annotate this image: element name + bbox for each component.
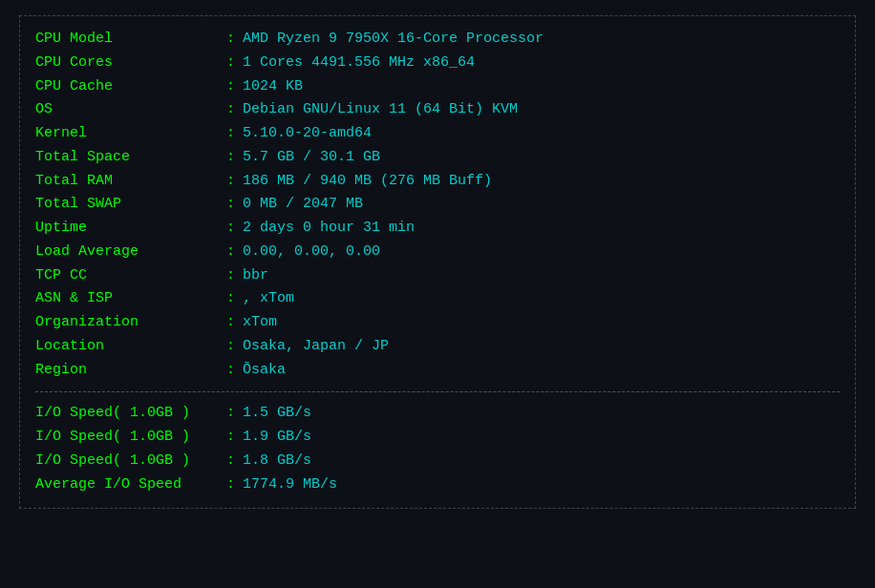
system-info-row: OS: Debian GNU/Linux 11 (64 Bit) KVM	[35, 98, 840, 122]
separator: :	[226, 402, 235, 426]
info-value: 2 days 0 hour 31 min	[243, 217, 415, 241]
separator: :	[226, 217, 235, 241]
io-value: 1.9 GB/s	[243, 426, 311, 450]
system-info-row: CPU Cache: 1024 KB	[35, 75, 840, 99]
io-value: 1.5 GB/s	[243, 402, 311, 426]
io-label: Average I/O Speed	[35, 473, 226, 497]
separator: :	[226, 335, 235, 359]
io-info-row: I/O Speed( 1.0GB ): 1.8 GB/s	[35, 450, 840, 473]
info-value: 186 MB / 940 MB (276 MB Buff)	[243, 170, 492, 194]
io-label: I/O Speed( 1.0GB )	[35, 450, 226, 473]
separator: :	[226, 264, 235, 288]
info-value: AMD Ryzen 9 7950X 16-Core Processor	[243, 28, 544, 52]
separator: :	[226, 287, 235, 311]
info-label: CPU Cores	[35, 52, 226, 75]
info-value: , xTom	[243, 287, 294, 311]
info-label: OS	[35, 98, 226, 122]
info-label: Uptime	[35, 217, 226, 241]
io-section: I/O Speed( 1.0GB ): 1.5 GB/sI/O Speed( 1…	[35, 402, 840, 496]
info-value: 0 MB / 2047 MB	[243, 193, 363, 217]
info-label: CPU Model	[35, 28, 226, 52]
system-info-row: CPU Model: AMD Ryzen 9 7950X 16-Core Pro…	[35, 28, 840, 52]
io-info-row: I/O Speed( 1.0GB ): 1.9 GB/s	[35, 426, 840, 450]
info-value: 1 Cores 4491.556 MHz x86_64	[243, 52, 475, 75]
separator: :	[226, 311, 235, 335]
io-value: 1774.9 MB/s	[243, 473, 337, 497]
system-info-row: Kernel: 5.10.0-20-amd64	[35, 122, 840, 146]
system-info-row: TCP CC: bbr	[35, 264, 840, 288]
separator: :	[226, 473, 235, 497]
info-label: Total RAM	[35, 170, 226, 194]
io-info-row: Average I/O Speed: 1774.9 MB/s	[35, 473, 840, 497]
system-info-row: Uptime: 2 days 0 hour 31 min	[35, 217, 840, 241]
separator: :	[226, 98, 235, 122]
system-info-row: Total SWAP: 0 MB / 2047 MB	[35, 193, 840, 217]
separator: :	[226, 75, 235, 99]
info-value: 0.00, 0.00, 0.00	[243, 241, 380, 264]
separator: :	[226, 28, 235, 52]
system-info-row: Total RAM: 186 MB / 940 MB (276 MB Buff)	[35, 170, 840, 194]
system-info-row: ASN & ISP: , xTom	[35, 287, 840, 311]
separator: :	[226, 193, 235, 217]
system-info-row: Location: Osaka, Japan / JP	[35, 335, 840, 359]
info-value: 1024 KB	[243, 75, 303, 99]
system-info-section: CPU Model: AMD Ryzen 9 7950X 16-Core Pro…	[35, 28, 840, 382]
info-value: 5.7 GB / 30.1 GB	[243, 146, 380, 170]
info-value: Osaka, Japan / JP	[243, 335, 389, 359]
io-label: I/O Speed( 1.0GB )	[35, 426, 226, 450]
io-label: I/O Speed( 1.0GB )	[35, 402, 226, 426]
system-info-row: Organization: xTom	[35, 311, 840, 335]
separator: :	[226, 359, 235, 383]
info-label: Load Average	[35, 241, 226, 264]
separator: :	[226, 241, 235, 264]
info-value: Ōsaka	[243, 359, 286, 383]
separator: :	[226, 122, 235, 146]
info-value: 5.10.0-20-amd64	[243, 122, 372, 146]
info-label: Total Space	[35, 146, 226, 170]
info-label: Total SWAP	[35, 193, 226, 217]
section-divider	[35, 391, 840, 392]
info-label: CPU Cache	[35, 75, 226, 99]
info-value: xTom	[243, 311, 277, 335]
info-value: bbr	[243, 264, 268, 288]
io-value: 1.8 GB/s	[243, 450, 311, 473]
system-info-row: Total Space: 5.7 GB / 30.1 GB	[35, 146, 840, 170]
system-info-row: Load Average: 0.00, 0.00, 0.00	[35, 241, 840, 264]
separator: :	[226, 170, 235, 194]
info-label: Location	[35, 335, 226, 359]
info-value: Debian GNU/Linux 11 (64 Bit) KVM	[243, 98, 518, 122]
info-label: TCP CC	[35, 264, 226, 288]
info-label: Region	[35, 359, 226, 383]
separator: :	[226, 450, 235, 473]
info-label: ASN & ISP	[35, 287, 226, 311]
info-label: Kernel	[35, 122, 226, 146]
separator: :	[226, 426, 235, 450]
separator: :	[226, 146, 235, 170]
separator: :	[226, 52, 235, 75]
io-info-row: I/O Speed( 1.0GB ): 1.5 GB/s	[35, 402, 840, 426]
system-info-row: CPU Cores: 1 Cores 4491.556 MHz x86_64	[35, 52, 840, 75]
info-label: Organization	[35, 311, 226, 335]
main-container: CPU Model: AMD Ryzen 9 7950X 16-Core Pro…	[19, 15, 856, 509]
system-info-row: Region: Ōsaka	[35, 359, 840, 383]
